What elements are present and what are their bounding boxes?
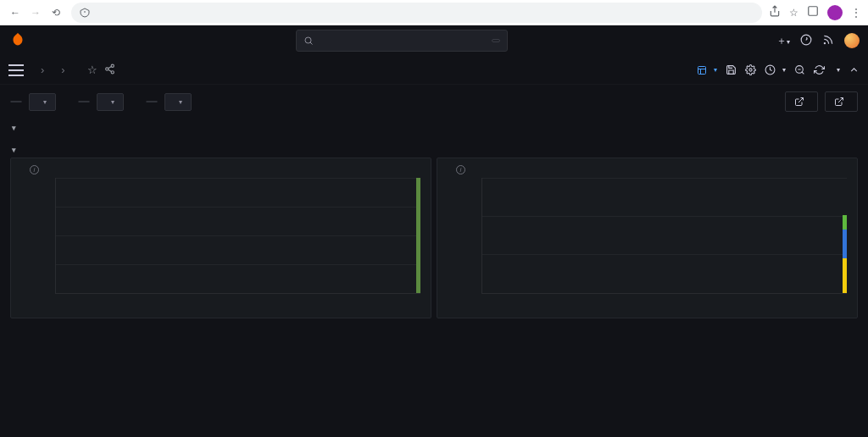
- svg-point-6: [111, 70, 114, 73]
- user-avatar[interactable]: [844, 33, 860, 48]
- url-bar[interactable]: [71, 3, 762, 23]
- info-icon[interactable]: i: [456, 165, 465, 174]
- panel-memory-basic[interactable]: i: [437, 158, 858, 318]
- not-secure-icon: [80, 8, 90, 18]
- row-header-quick[interactable]: ▾: [0, 119, 868, 136]
- topbar-actions: ＋▾: [776, 33, 860, 48]
- svg-point-5: [105, 67, 108, 69]
- extensions-icon[interactable]: [807, 5, 819, 19]
- chart-row: i i: [0, 158, 868, 318]
- grafana-app: ＋▾ › › ☆ ▾ ▾ ▾ ▾: [0, 25, 868, 437]
- share-panel-icon[interactable]: [104, 64, 115, 77]
- rss-icon[interactable]: [822, 34, 834, 48]
- grafana-topbar: ＋▾: [0, 25, 868, 56]
- svg-rect-0: [809, 7, 818, 16]
- back-button[interactable]: ←: [7, 4, 24, 21]
- search-icon: [303, 36, 314, 46]
- reload-button[interactable]: ⟲: [47, 4, 64, 21]
- crumb-sep: ›: [41, 64, 44, 76]
- share-icon[interactable]: [769, 5, 781, 19]
- settings-icon[interactable]: [745, 64, 756, 75]
- info-icon[interactable]: i: [30, 165, 39, 174]
- add-panel-button[interactable]: ▾: [697, 65, 717, 75]
- menu-toggle-icon[interactable]: [8, 64, 24, 76]
- crumb-sep: ›: [61, 64, 64, 76]
- grafana-logo-icon[interactable]: [8, 31, 27, 50]
- link-github[interactable]: [785, 91, 818, 112]
- svg-point-1: [305, 37, 311, 43]
- chart-data-edge: [416, 178, 420, 293]
- save-icon[interactable]: [726, 64, 737, 75]
- svg-point-3: [824, 42, 825, 43]
- var-host-select[interactable]: ▾: [164, 93, 192, 111]
- star-icon[interactable]: ☆: [87, 64, 97, 77]
- help-icon[interactable]: [800, 34, 812, 48]
- zoom-out-icon[interactable]: [794, 64, 805, 75]
- global-search[interactable]: [296, 30, 508, 52]
- template-vars-row: ▾ ▾ ▾: [0, 85, 868, 119]
- forward-button[interactable]: →: [27, 4, 44, 21]
- browser-chrome-bar: ← → ⟲ ☆ ⋮: [0, 0, 868, 25]
- row-header-basic[interactable]: ▾: [0, 141, 868, 158]
- refresh-interval-picker[interactable]: ▾: [833, 66, 840, 74]
- breadcrumb-bar: › › ☆ ▾ ▾ ▾: [0, 56, 868, 85]
- svg-point-8: [749, 69, 752, 71]
- svg-rect-7: [698, 66, 706, 74]
- browser-menu-icon[interactable]: ⋮: [851, 7, 861, 19]
- search-kbd-hint: [492, 39, 500, 42]
- add-icon[interactable]: ＋▾: [776, 34, 790, 48]
- svg-point-4: [111, 64, 114, 67]
- var-job-select[interactable]: ▾: [97, 93, 124, 111]
- var-datasource-select[interactable]: ▾: [29, 93, 56, 111]
- chart-data-edge: [843, 178, 847, 293]
- kiosk-icon[interactable]: [849, 64, 860, 75]
- time-range-picker[interactable]: ▾: [765, 64, 786, 75]
- chart-legend: [446, 313, 849, 314]
- refresh-icon[interactable]: [814, 64, 825, 75]
- browser-nav: ← → ⟲: [7, 4, 64, 21]
- external-link-icon: [834, 97, 844, 107]
- chart-legend: [19, 313, 422, 314]
- browser-actions: ☆ ⋮: [769, 5, 861, 20]
- external-link-icon: [794, 97, 804, 107]
- browser-profile[interactable]: [827, 5, 843, 20]
- link-grafana[interactable]: [825, 91, 858, 112]
- panel-cpu-basic[interactable]: i: [10, 158, 431, 318]
- bookmark-icon[interactable]: ☆: [789, 7, 798, 19]
